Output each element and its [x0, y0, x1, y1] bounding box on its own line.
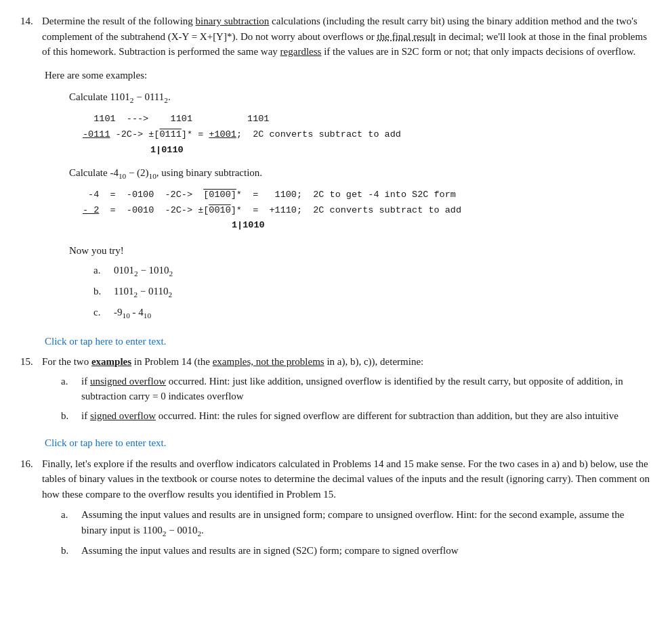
problem-15: 15. For the two examples in Problem 14 (… — [20, 354, 652, 423]
problem-14: 14. Determine the result of the followin… — [20, 14, 652, 322]
answer-input-15[interactable]: Click or tap here to enter text. — [45, 435, 652, 451]
p14-sublist: a. 01012 − 10102 b. 11012 − 01102 c. -91… — [93, 263, 652, 322]
problem-16: 16. Finally, let's explore if the result… — [20, 456, 652, 559]
p15-b: b. if signed overflow occurred. Hint: th… — [61, 408, 652, 424]
problem-14-text: Determine the result of the following bi… — [42, 14, 652, 60]
example-1-block: Calculate 11012 − 01112. 1101 ---> 1101 … — [69, 89, 652, 158]
example-2-calc: -4 = -0100 -2C-> [0100]* = 1100; 2C to g… — [83, 188, 652, 234]
problem-16-text: Finally, let's explore if the results an… — [42, 456, 652, 502]
p15-a: a. if unsigned overflow occurred. Hint: … — [61, 374, 652, 404]
problem-14-number: 14. — [20, 14, 42, 29]
problem-15-number: 15. — [20, 354, 42, 370]
p16-a: a. Assuming the input values and results… — [61, 507, 652, 539]
answer-input-14[interactable]: Click or tap here to enter text. — [45, 334, 652, 349]
now-you-try: Now you try! a. 01012 − 10102 b. 11012 −… — [69, 243, 652, 321]
p15-sublist: a. if unsigned overflow occurred. Hint: … — [61, 374, 652, 424]
p16-b: b. Assuming the input values and results… — [61, 543, 652, 559]
problem-15-text: For the two examples in Problem 14 (the … — [42, 354, 652, 370]
p16-sublist: a. Assuming the input values and results… — [61, 507, 652, 559]
p14-a: a. 01012 − 10102 — [93, 263, 652, 280]
p14-c: c. -910 - 410 — [93, 305, 652, 322]
example-1-calc: 1101 ---> 1101 1101 -0111 -2C-> ±[0111]*… — [83, 112, 652, 158]
example-2-block: Calculate -410 − (2)10, using binary sub… — [69, 165, 652, 234]
problem-14-here: Here are some examples: Calculate 11012 … — [45, 68, 652, 322]
problem-16-number: 16. — [20, 456, 42, 472]
p14-b: b. 11012 − 01102 — [93, 284, 652, 301]
